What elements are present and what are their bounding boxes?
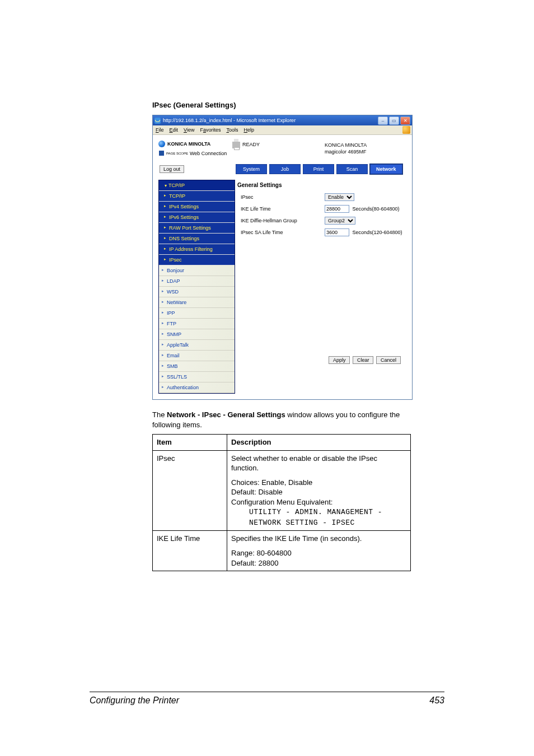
tab-scan[interactable]: Scan [336,164,368,174]
sidebar-item-smb[interactable]: SMB [159,361,235,372]
footer-title: Configuring the Printer [90,696,179,706]
logout-button[interactable]: Log out [160,165,184,173]
select-ipsec[interactable]: Enable [325,193,354,201]
table-row-ipsec-item: IPsec [153,450,227,531]
table-header-item: Item [153,435,227,451]
ie-icon [154,118,161,124]
window-title: http://192.168.1.2/a_index.html - Micros… [163,118,296,123]
settings-table: Item Description IPsec Select whether to… [152,434,411,571]
hint-sa: Seconds(120-604800) [353,230,402,235]
panel-title: General Settings [235,180,406,192]
apply-button[interactable]: Apply [329,356,350,364]
sidebar-item-ipsec[interactable]: IPsec [159,255,235,265]
sidebar-item-ipfilter[interactable]: IP Address Filtering [159,244,235,255]
sidebar-item-ipv4[interactable]: IPv4 Settings [159,202,235,212]
cancel-button[interactable]: Cancel [376,356,401,364]
sidebar-item-appletalk[interactable]: AppleTalk [159,340,235,351]
window-titlebar: http://192.168.1.2/a_index.html - Micros… [153,115,412,125]
label-ike-life-time: IKE Life Time [241,206,325,212]
sidebar-item-email[interactable]: Email [159,351,235,361]
status-ready: READY [242,142,260,147]
clear-button[interactable]: Clear [353,356,374,364]
sidebar-item-netware[interactable]: NetWare [159,297,235,308]
table-row-ike-desc: Specifies the IKE Life Time (in seconds)… [227,531,411,571]
sidebar-item-raw[interactable]: RAW Port Settings [159,223,235,234]
sidebar-item-auth[interactable]: Authentication [159,382,235,393]
company-label: KONICA MINOLTA [325,142,367,148]
footer-page-number: 453 [429,696,444,706]
sidebar-item-snmp[interactable]: SNMP [159,329,235,340]
menu-favorites[interactable]: Favorites [200,127,221,133]
browser-window: http://192.168.1.2/a_index.html - Micros… [152,115,413,400]
hint-ike: Seconds(80-604800) [353,206,400,212]
input-ike-life-time[interactable] [325,205,349,213]
sidebar-item-ldap[interactable]: LDAP [159,276,235,287]
pagescope-prefix: PAGE SCOPE [166,152,188,155]
label-ipsec: IPsec [241,194,325,200]
maximize-button[interactable]: ▭ [389,116,399,125]
brand-name: KONICA MINOLTA [167,141,210,147]
minimize-button[interactable]: – [378,116,388,125]
label-dh-group: IKE Diffie-Hellman Group [241,218,325,223]
table-header-description: Description [227,435,411,451]
description-paragraph: The Network - IPsec - General Settings w… [152,410,422,430]
table-row-ike-item: IKE Life Time [153,531,227,571]
tab-network[interactable]: Network [370,164,402,174]
tab-system[interactable]: System [236,164,267,174]
km-logo-icon [158,141,165,147]
table-row-ipsec-desc: Select whether to enable or disable the … [227,450,411,531]
menu-help[interactable]: Help [243,127,254,133]
input-sa-life-time[interactable] [325,228,349,236]
sidebar-item-dns[interactable]: DNS Settings [159,234,235,244]
menu-bar: File Edit View Favorites Tools Help [153,125,412,135]
select-dh-group[interactable]: Group2 [325,217,355,225]
menu-tools[interactable]: Tools [226,127,238,133]
close-button[interactable]: ✕ [400,116,410,125]
menu-file[interactable]: File [156,127,164,133]
label-sa-life-time: IPsec SA Life Time [241,230,325,235]
sidebar-item-tcpip[interactable]: TCP/IP [159,191,235,202]
sidebar-item-ipp[interactable]: IPP [159,308,235,319]
sidebar-item-ssltls[interactable]: SSL/TLS [159,372,235,382]
menu-edit[interactable]: Edit [170,127,179,133]
pagescope-label: Web Connection [190,151,227,156]
sidebar-item-ftp[interactable]: FTP [159,319,235,329]
sidebar-item-bonjour[interactable]: Bonjour [159,265,235,276]
printer-icon [232,142,240,148]
page-footer: Configuring the Printer 453 [90,692,444,706]
ie-flag-icon [402,126,410,134]
tab-job[interactable]: Job [269,164,301,174]
model-label: magicolor 4695MF [325,148,367,155]
menu-view[interactable]: View [184,127,194,133]
sidebar-item-tcpip-parent[interactable]: TCP/IP [159,180,235,191]
tab-print[interactable]: Print [303,164,334,174]
sidebar-item-ipv6[interactable]: IPv6 Settings [159,212,235,223]
sidebar: TCP/IP TCP/IP IPv4 Settings IPv6 Setting… [158,180,235,394]
pagescope-icon [158,150,165,156]
sidebar-item-wsd[interactable]: WSD [159,287,235,297]
section-heading: IPsec (General Settings) [152,101,422,109]
